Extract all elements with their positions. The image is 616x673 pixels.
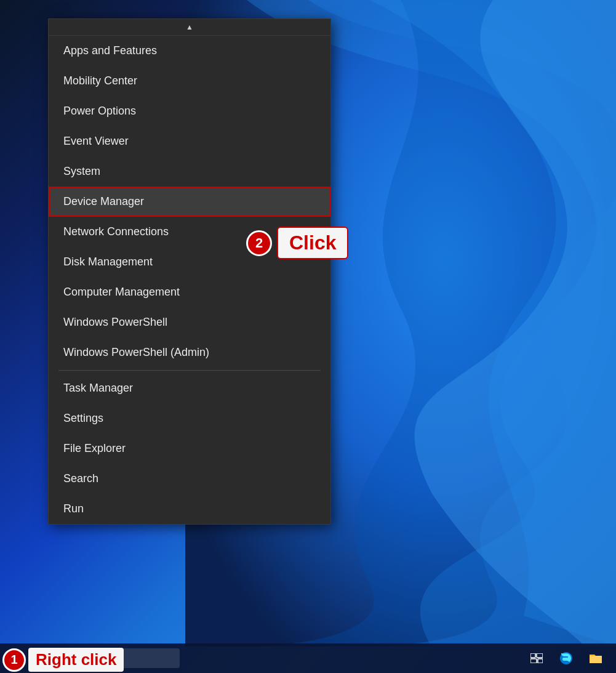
edge-browser-button[interactable] xyxy=(553,645,579,671)
step1-label: Right click xyxy=(28,648,124,672)
task-view-icon xyxy=(530,653,543,663)
menu-item-device-manager[interactable]: Device Manager xyxy=(49,187,330,217)
task-view-button[interactable] xyxy=(524,645,550,671)
svg-rect-5 xyxy=(530,653,535,658)
menu-item-search[interactable]: Search xyxy=(49,464,330,494)
file-explorer-button[interactable] xyxy=(583,645,609,671)
svg-rect-6 xyxy=(537,653,543,658)
step1-annotation: 1 Right click xyxy=(2,648,124,672)
menu-item-system[interactable]: System xyxy=(49,156,330,187)
edge-icon xyxy=(559,651,574,666)
scroll-up-arrow: ▲ xyxy=(186,23,193,31)
context-menu: ▲ Apps and Features Mobility Center Powe… xyxy=(48,18,331,525)
menu-item-power-options[interactable]: Power Options xyxy=(49,96,330,126)
step2-label: Click xyxy=(277,227,348,259)
menu-scroll-up[interactable]: ▲ xyxy=(49,19,330,36)
menu-item-mobility-center[interactable]: Mobility Center xyxy=(49,66,330,96)
menu-item-run[interactable]: Run xyxy=(49,494,330,524)
file-explorer-icon xyxy=(588,652,603,664)
menu-item-computer-management[interactable]: Computer Management xyxy=(49,277,330,307)
step2-annotation: 2 Click xyxy=(246,227,348,259)
menu-item-event-viewer[interactable]: Event Viewer xyxy=(49,126,330,156)
svg-rect-7 xyxy=(530,659,537,663)
step2-circle: 2 xyxy=(246,230,272,256)
svg-rect-8 xyxy=(538,659,543,663)
taskbar-right xyxy=(524,645,616,671)
menu-item-windows-powershell-admin[interactable]: Windows PowerShell (Admin) xyxy=(49,337,330,368)
step1-circle: 1 xyxy=(2,648,26,672)
menu-item-apps-features[interactable]: Apps and Features xyxy=(49,36,330,66)
menu-item-file-explorer[interactable]: File Explorer xyxy=(49,433,330,464)
menu-item-task-manager[interactable]: Task Manager xyxy=(49,373,330,403)
menu-item-settings[interactable]: Settings xyxy=(49,403,330,433)
menu-item-windows-powershell[interactable]: Windows PowerShell xyxy=(49,307,330,337)
menu-divider xyxy=(58,370,321,371)
